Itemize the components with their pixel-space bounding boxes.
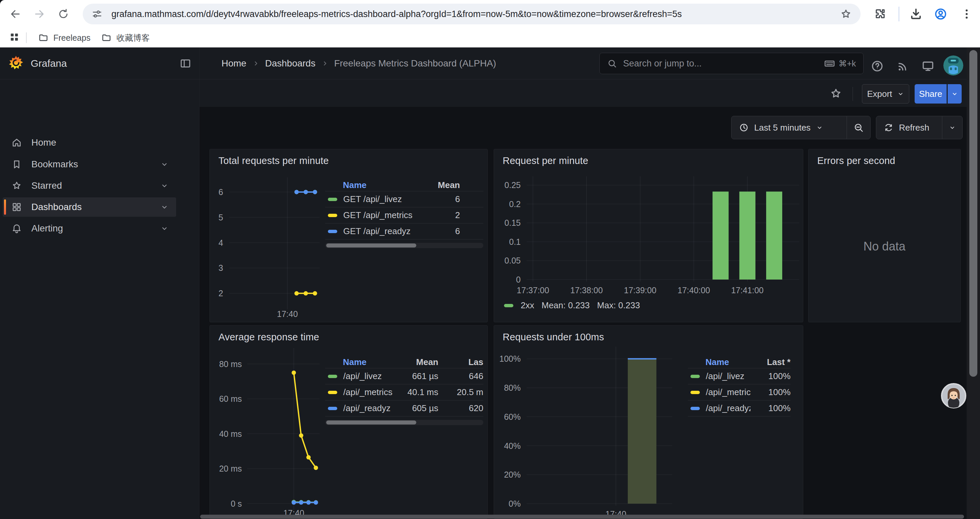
legend-row[interactable]: /api/_metrics40.1 ms20.5 m	[325, 385, 483, 401]
bookmark-label: 收藏博客	[116, 32, 150, 43]
legend-col-name[interactable]: Name	[688, 357, 751, 367]
refresh-interval-button[interactable]	[942, 124, 963, 131]
search-input[interactable]: Search or jump to... ⌘+k	[600, 53, 864, 74]
share-menu-button[interactable]	[948, 84, 962, 104]
time-series-plot[interactable]	[247, 350, 320, 519]
breadcrumb-dashboards[interactable]: Dashboards	[265, 58, 315, 69]
bookmarks-bar: Freeleaps 收藏博客	[0, 28, 980, 48]
chevron-down-icon	[951, 90, 958, 97]
apps-grid-icon[interactable]	[9, 31, 20, 44]
chevron-down-icon[interactable]	[160, 160, 169, 169]
legend-scrollbar[interactable]	[325, 243, 483, 248]
panel-average-response-time: Average response time 80 ms60 ms40 ms20 …	[210, 325, 488, 519]
legend-col-name[interactable]: Name	[325, 357, 402, 367]
legend-row[interactable]: /api/_livez661 µs646	[325, 368, 483, 385]
time-series-plot[interactable]	[229, 179, 320, 307]
legend-col-header[interactable]: Mean	[437, 180, 483, 190]
vertical-scrollbar-thumb[interactable]	[969, 50, 977, 377]
panel-request-per-minute: Request per minute 0.250.20.150.10.050 1…	[494, 149, 803, 322]
sidebar-item-alerting[interactable]: Alerting	[3, 219, 176, 238]
legend-row[interactable]: GET /api/_readyz6	[325, 224, 483, 240]
share-button[interactable]: Share	[915, 84, 947, 104]
assistant-avatar[interactable]	[941, 383, 967, 409]
url-text[interactable]: grafana.mathmast.com/d/deytv4rwavabkb/fr…	[111, 9, 840, 19]
legend-col-name[interactable]: Name	[325, 180, 437, 190]
panel-requests-under-100ms: Requests under 100ms 100%80%60%40%20%0% …	[494, 325, 803, 519]
legend-row[interactable]: /api/_readyz100%	[688, 401, 791, 417]
bookmarks-divider	[26, 32, 27, 43]
sidebar-item-home[interactable]: Home	[3, 133, 176, 152]
bar-plot[interactable]	[527, 178, 799, 279]
grafana-logo[interactable]	[8, 55, 24, 72]
legend-series-name: GET /api/_livez	[343, 194, 437, 204]
legend-series-name: /api/_readyz	[706, 403, 751, 414]
bookmark-folder-freeleaps[interactable]: Freeleaps	[33, 30, 96, 46]
y-axis-tick: 0.05	[504, 256, 521, 265]
folder-icon	[101, 32, 112, 43]
legend-table: NameMeanLas/api/_livez661 µs646/api/_met…	[325, 356, 483, 425]
chevron-down-icon[interactable]	[160, 181, 169, 190]
legend-col-header[interactable]: Mean	[402, 357, 453, 367]
forward-icon[interactable]	[31, 5, 48, 23]
legend-series-name[interactable]: 2xx	[521, 300, 534, 311]
horizontal-scrollbar-thumb[interactable]	[200, 515, 964, 519]
legend-header: NameLast *	[688, 356, 791, 368]
series-color-swatch	[328, 407, 337, 410]
y-axis-tick: 100%	[500, 354, 521, 364]
panel-title[interactable]: Average response time	[218, 332, 319, 343]
reload-icon[interactable]	[55, 5, 72, 23]
refresh-button[interactable]: Refresh	[876, 116, 963, 139]
panel-title[interactable]: Errors per second	[817, 155, 895, 166]
legend-scrollbar[interactable]	[325, 420, 483, 425]
chevron-down-icon[interactable]	[160, 224, 169, 233]
breadcrumb-home[interactable]: Home	[221, 58, 247, 69]
panel-title[interactable]: Total requests per minute	[218, 155, 329, 166]
extensions-icon[interactable]	[873, 7, 886, 21]
time-range-picker[interactable]: Last 5 minutes	[731, 116, 870, 139]
legend-col-header[interactable]: Las	[453, 357, 483, 367]
legend-value: 620	[453, 403, 483, 414]
sidebar-item-starred[interactable]: Starred	[3, 176, 176, 195]
user-avatar[interactable]	[943, 56, 963, 75]
legend-col-header[interactable]: Last *	[751, 357, 791, 367]
y-axis: 100%80%60%40%20%0%	[496, 349, 523, 504]
y-axis-tick: 4	[218, 238, 223, 248]
actions-divider	[853, 87, 853, 101]
legend[interactable]: 2xx Mean: 0.233 Max: 0.233	[504, 300, 640, 311]
legend-row[interactable]: GET /api/_livez6	[325, 192, 483, 208]
dock-sidebar-icon[interactable]	[180, 57, 191, 69]
news-rss-icon[interactable]	[896, 59, 910, 73]
legend-row[interactable]: GET /api/_metrics2	[325, 208, 483, 224]
sidebar-item-dashboards[interactable]: Dashboards	[3, 197, 176, 217]
legend-value: 40.1 ms	[402, 387, 453, 398]
chevron-down-icon	[897, 90, 904, 97]
legend-value: 2	[437, 210, 483, 220]
back-icon[interactable]	[7, 5, 24, 23]
sidebar-item-label: Home	[31, 137, 176, 148]
chevron-down-icon[interactable]	[160, 203, 169, 211]
sidebar-item-bookmarks[interactable]: Bookmarks	[3, 155, 176, 174]
site-settings-icon[interactable]	[91, 8, 103, 20]
sidebar-item-label: Alerting	[31, 223, 160, 234]
export-button[interactable]: Export	[862, 84, 909, 104]
panel-title[interactable]: Requests under 100ms	[503, 332, 604, 343]
favorite-star-icon[interactable]	[828, 86, 844, 102]
profile-icon[interactable]	[934, 7, 947, 21]
x-axis-tick: 17:40:00	[678, 286, 710, 295]
bookmark-folder-blogs[interactable]: 收藏博客	[96, 30, 155, 46]
legend-row[interactable]: /api/_livez100%	[688, 368, 791, 385]
address-bar[interactable]: grafana.mathmast.com/d/deytv4rwavabkb/fr…	[83, 4, 861, 24]
help-icon[interactable]	[870, 59, 884, 73]
legend-row[interactable]: /api/_metrics100%	[688, 385, 791, 401]
time-range-label: Last 5 minutes	[754, 123, 811, 133]
area-plot[interactable]	[527, 349, 672, 504]
menu-kebab-icon[interactable]	[960, 7, 973, 22]
y-axis-tick: 0.25	[504, 180, 521, 190]
monitor-icon[interactable]	[921, 59, 935, 73]
bookmark-star-icon[interactable]	[840, 8, 852, 20]
legend-row[interactable]: /api/_readyz605 µs620	[325, 401, 483, 417]
zoom-out-button[interactable]	[847, 122, 870, 133]
brand-title[interactable]: Grafana	[31, 58, 180, 69]
downloads-icon[interactable]	[909, 7, 923, 21]
panel-title[interactable]: Request per minute	[503, 155, 589, 166]
